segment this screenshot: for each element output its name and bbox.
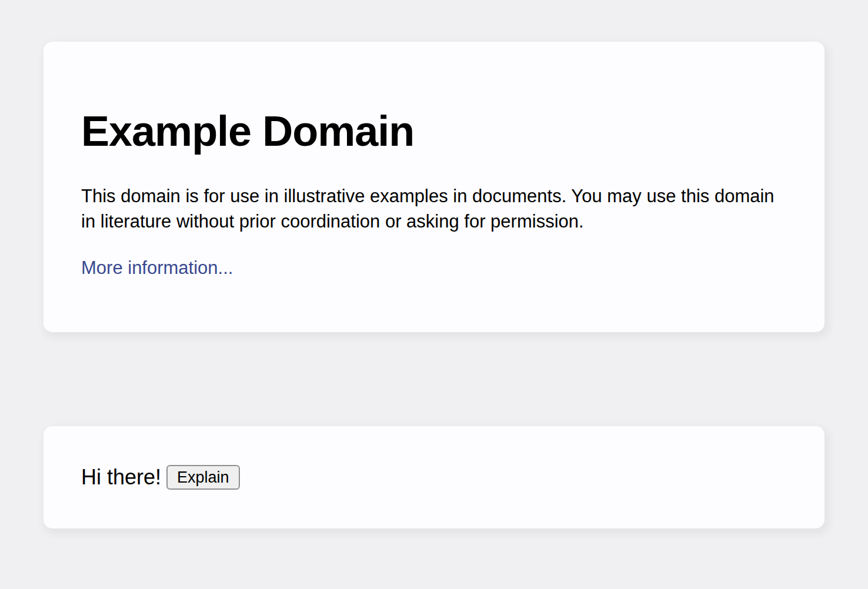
greeting-card: Hi there! Explain <box>44 426 824 528</box>
more-information-row: More information... <box>81 255 787 280</box>
page-title: Example Domain <box>81 106 787 156</box>
explain-button[interactable]: Explain <box>166 465 240 490</box>
greeting-row: Hi there! Explain <box>81 464 787 491</box>
example-domain-card: Example Domain This domain is for use in… <box>44 42 824 332</box>
greeting-text: Hi there! <box>81 464 161 491</box>
more-information-link[interactable]: More information... <box>81 257 233 278</box>
domain-description-text: This domain is for use in illustrative e… <box>81 183 787 234</box>
